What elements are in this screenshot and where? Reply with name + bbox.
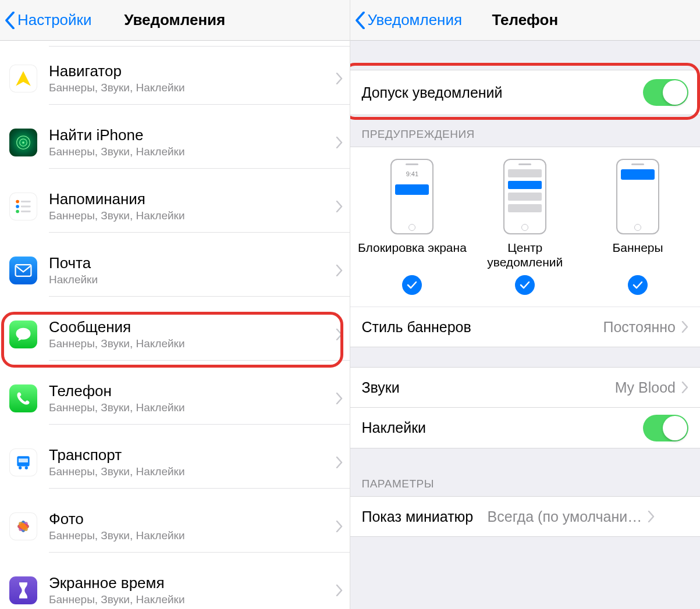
sounds-value: My Blood bbox=[615, 379, 676, 396]
badges-switch[interactable] bbox=[643, 415, 688, 441]
screentime-icon bbox=[9, 576, 37, 604]
sounds-cell[interactable]: Звуки My Blood bbox=[350, 367, 701, 408]
app-row-phone[interactable]: Телефон Баннеры, Звуки, Наклейки bbox=[0, 366, 350, 430]
chevron-right-icon bbox=[336, 457, 343, 468]
messages-icon bbox=[9, 320, 37, 348]
svg-rect-4 bbox=[21, 201, 31, 202]
svg-point-13 bbox=[25, 466, 28, 469]
app-row-messages[interactable]: Сообщения Баннеры, Звуки, Наклейки bbox=[0, 302, 350, 366]
app-title: Напоминания bbox=[49, 190, 336, 208]
alert-option-lockscreen[interactable]: 9:41 Блокировка экрана bbox=[357, 159, 467, 295]
svg-rect-6 bbox=[21, 206, 31, 208]
app-sub: Баннеры, Звуки, Наклейки bbox=[49, 337, 336, 350]
checkmark-icon bbox=[515, 275, 535, 295]
app-row-transport[interactable]: Транспорт Баннеры, Звуки, Наклейки bbox=[0, 430, 350, 494]
chevron-right-icon bbox=[648, 511, 655, 522]
alert-label: Центр уведомлений bbox=[470, 240, 580, 270]
app-title: Почта bbox=[49, 254, 336, 272]
chevron-right-icon bbox=[336, 137, 343, 148]
app-title: Телефон bbox=[49, 382, 336, 400]
app-sub: Наклейки bbox=[49, 273, 336, 286]
svg-point-3 bbox=[16, 200, 19, 204]
alert-option-banners[interactable]: Баннеры bbox=[582, 159, 693, 295]
preview-banners-icon bbox=[616, 159, 659, 234]
app-sub: Баннеры, Звуки, Наклейки bbox=[49, 209, 336, 222]
svg-point-7 bbox=[16, 210, 19, 213]
chevron-right-icon bbox=[336, 521, 343, 532]
svg-rect-11 bbox=[19, 458, 28, 462]
app-row-mail[interactable]: Почта Наклейки bbox=[0, 238, 350, 302]
checkmark-icon bbox=[628, 275, 648, 295]
allow-label: Допуск уведомлений bbox=[362, 84, 644, 101]
svg-rect-8 bbox=[21, 211, 31, 212]
banner-style-value: Постоянно bbox=[603, 319, 676, 336]
nav-bar: Уведомления Телефон bbox=[350, 0, 701, 41]
svg-rect-9 bbox=[16, 265, 31, 276]
svg-point-5 bbox=[16, 205, 19, 208]
app-title: Транспорт bbox=[49, 446, 336, 464]
banner-style-label: Стиль баннеров bbox=[362, 319, 603, 336]
chevron-right-icon bbox=[681, 382, 688, 393]
thumbnails-value: Всегда (по умолчани… bbox=[479, 508, 642, 525]
app-sub: Баннеры, Звуки, Наклейки bbox=[49, 593, 336, 606]
app-sub: Баннеры, Звуки, Наклейки bbox=[49, 401, 336, 414]
app-row-photos[interactable]: Фото Баннеры, Звуки, Наклейки bbox=[0, 494, 350, 558]
chevron-right-icon bbox=[336, 201, 343, 212]
app-row-reminders[interactable]: Напоминания Баннеры, Звуки, Наклейки bbox=[0, 174, 350, 238]
chevron-right-icon bbox=[681, 321, 688, 333]
chevron-left-icon bbox=[5, 12, 15, 29]
back-button[interactable]: Уведомления bbox=[355, 11, 463, 29]
thumbnails-cell[interactable]: Показ миниатюр Всегда (по умолчани… bbox=[350, 496, 701, 537]
mail-icon bbox=[9, 257, 37, 284]
app-list: Навигатор Баннеры, Звуки, Наклейки Найти… bbox=[0, 41, 350, 609]
chevron-right-icon bbox=[336, 73, 343, 84]
chevron-left-icon bbox=[355, 12, 365, 29]
navigator-icon bbox=[9, 65, 37, 92]
app-row-screentime[interactable]: Экранное время Баннеры, Звуки, Наклейки bbox=[0, 558, 350, 609]
alert-option-center[interactable]: Центр уведомлений bbox=[470, 159, 580, 295]
preview-center-icon bbox=[503, 159, 546, 234]
transport-icon bbox=[9, 448, 37, 476]
app-row-findiphone[interactable]: Найти iPhone Баннеры, Звуки, Наклейки bbox=[0, 111, 350, 174]
app-title: Сообщения bbox=[49, 318, 336, 336]
svg-point-12 bbox=[19, 466, 22, 469]
alert-label: Блокировка экрана bbox=[358, 240, 467, 270]
badges-cell[interactable]: Наклейки bbox=[350, 408, 701, 448]
alert-label: Баннеры bbox=[613, 240, 663, 270]
section-header-alerts: ПРЕДУПРЕЖДЕНИЯ bbox=[350, 115, 701, 147]
allow-switch[interactable] bbox=[643, 79, 688, 106]
allow-notifications-cell[interactable]: Допуск уведомлений bbox=[350, 70, 701, 115]
checkmark-icon bbox=[402, 275, 422, 295]
phone-notification-settings-screen: Уведомления Телефон Допуск уведомлений П… bbox=[350, 0, 701, 609]
app-sub: Баннеры, Звуки, Наклейки bbox=[49, 465, 336, 478]
banner-style-cell[interactable]: Стиль баннеров Постоянно bbox=[350, 307, 701, 347]
app-title: Фото bbox=[49, 510, 336, 528]
section-header-params: ПАРАМЕТРЫ bbox=[350, 448, 701, 496]
chevron-right-icon bbox=[336, 393, 343, 404]
alerts-options: 9:41 Блокировка экрана Центр уведомлений bbox=[350, 147, 701, 307]
app-sub: Баннеры, Звуки, Наклейки bbox=[49, 81, 336, 94]
app-sub: Баннеры, Звуки, Наклейки bbox=[49, 529, 336, 542]
app-sub: Баннеры, Звуки, Наклейки bbox=[49, 145, 336, 158]
app-title: Экранное время bbox=[49, 574, 336, 592]
preview-lockscreen-icon: 9:41 bbox=[390, 159, 433, 234]
app-title: Найти iPhone bbox=[49, 126, 336, 144]
app-row-navigator[interactable]: Навигатор Баннеры, Звуки, Наклейки bbox=[0, 47, 350, 111]
thumbnails-label: Показ миниатюр bbox=[362, 508, 474, 525]
chevron-right-icon bbox=[336, 329, 343, 340]
app-title: Навигатор bbox=[49, 62, 336, 80]
chevron-right-icon bbox=[336, 585, 343, 596]
nav-bar: Настройки Уведомления bbox=[0, 0, 350, 41]
badges-label: Наклейки bbox=[362, 419, 644, 436]
notifications-list-screen: Настройки Уведомления Навигатор Баннеры,… bbox=[0, 0, 350, 609]
chevron-right-icon bbox=[336, 265, 343, 276]
findiphone-icon bbox=[9, 129, 37, 156]
sounds-label: Звуки bbox=[362, 379, 615, 396]
svg-point-2 bbox=[22, 141, 24, 144]
reminders-icon bbox=[9, 193, 37, 220]
back-label: Уведомления bbox=[368, 11, 463, 29]
back-label: Настройки bbox=[17, 11, 92, 29]
back-button[interactable]: Настройки bbox=[5, 11, 92, 29]
phone-icon bbox=[9, 384, 37, 412]
photos-icon bbox=[9, 512, 37, 540]
